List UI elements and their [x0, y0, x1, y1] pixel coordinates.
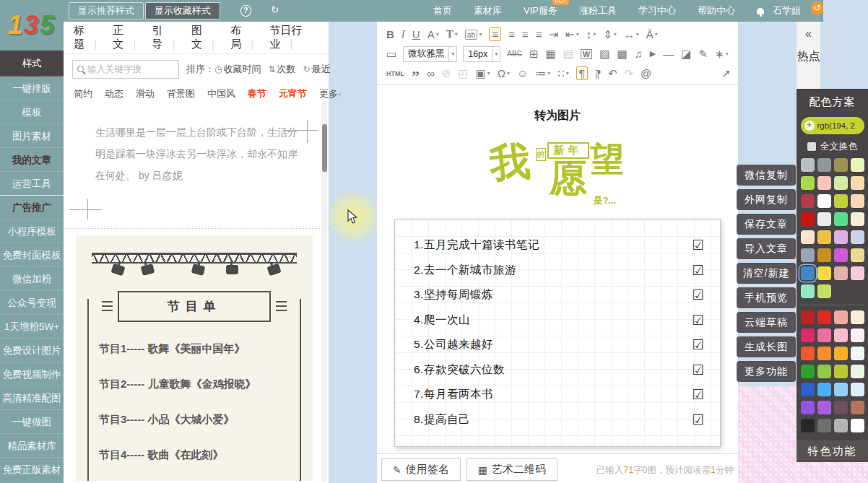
font-color-icon[interactable]: A▾: [428, 28, 439, 40]
color-swatch[interactable]: [817, 383, 831, 396]
color-swatch[interactable]: [817, 310, 831, 324]
color-swatch[interactable]: [801, 212, 815, 226]
html-source-icon[interactable]: HTML: [386, 70, 404, 77]
color-swatch[interactable]: [801, 310, 815, 324]
search-input[interactable]: [87, 64, 174, 74]
color-swatch[interactable]: [851, 194, 864, 208]
wish-checklist[interactable]: 1.五月完成十篇读书笔记 ☑ 2.去一个新城市旅游 ☑ 3.坚持每周锻炼 ☑: [394, 219, 721, 447]
align-left-icon[interactable]: ≡: [489, 27, 501, 41]
color-swatch[interactable]: [851, 347, 864, 360]
style-tab[interactable]: 标题: [74, 24, 113, 51]
eraser-icon[interactable]: ◪: [681, 48, 691, 61]
image-collage-icon[interactable]: ▦: [545, 48, 555, 61]
color-swatch[interactable]: [834, 365, 848, 378]
sidebar-item[interactable]: 我的文章: [0, 148, 64, 172]
undo-icon[interactable]: ↶: [608, 67, 617, 80]
color-swatch[interactable]: [834, 328, 848, 342]
checked-checkbox-icon[interactable]: ☑: [692, 262, 704, 279]
art-qrcode-button[interactable]: ▦ 艺术二维码: [466, 458, 557, 481]
sidebar-item[interactable]: 图片素材: [0, 124, 64, 148]
ltr-paragraph-icon[interactable]: ¶: [576, 66, 588, 80]
color-swatch[interactable]: [801, 365, 815, 378]
color-swatch[interactable]: [801, 401, 815, 414]
text-block-icon[interactable]: ◰: [458, 67, 468, 80]
color-swatch[interactable]: [834, 419, 848, 432]
emoji-icon[interactable]: ☺: [517, 67, 528, 79]
sidebar-item[interactable]: 一键排版: [0, 77, 64, 100]
horizontal-rule-icon[interactable]: —: [663, 48, 674, 60]
checked-checkbox-icon[interactable]: ☑: [692, 412, 704, 428]
audio-icon[interactable]: ♫: [635, 48, 643, 60]
color-swatch[interactable]: [817, 401, 831, 414]
refresh-icon[interactable]: ↻: [270, 5, 280, 17]
color-swatch[interactable]: [834, 383, 848, 396]
action-button[interactable]: 外网复制: [737, 189, 796, 210]
page-style-icon[interactable]: ▣▾: [475, 67, 490, 80]
font-size-select[interactable]: 16px ▾: [463, 46, 500, 62]
nav-item[interactable]: 涨粉工具: [579, 4, 617, 17]
color-swatch[interactable]: [817, 419, 831, 432]
ordered-list-icon[interactable]: ≔▾: [535, 67, 550, 80]
sidebar-item[interactable]: 样式: [0, 51, 64, 77]
color-swatch[interactable]: [851, 230, 864, 244]
color-swatch[interactable]: [834, 401, 848, 414]
underline-icon[interactable]: U: [412, 28, 420, 40]
filter-tag[interactable]: 动态: [105, 87, 123, 100]
new-year-wish-graphic[interactable]: 我 的 新年 愿 望 是?...: [377, 142, 738, 207]
title-style-icon[interactable]: T▾: [446, 28, 458, 40]
color-swatch[interactable]: [851, 158, 864, 172]
show-recommended-styles-button[interactable]: 显示推荐样式: [69, 2, 144, 19]
table-icon[interactable]: ⊞: [529, 48, 539, 61]
background-color-icon[interactable]: ab▾: [465, 30, 482, 40]
color-swatch[interactable]: [801, 347, 815, 360]
rtl-paragraph-icon[interactable]: ¶: [595, 67, 601, 79]
style-card-program[interactable]: 节目单 节目1----- 歌舞《美丽中国年》节目2----- 儿童歌舞《金鸡报晓…: [76, 235, 313, 481]
checked-checkbox-icon[interactable]: ☑: [692, 312, 704, 328]
style-tab[interactable]: 节日行业: [269, 24, 329, 51]
color-swatch[interactable]: [817, 158, 831, 172]
article-title[interactable]: 转为图片: [377, 108, 738, 123]
color-swatch[interactable]: [817, 248, 831, 262]
action-button[interactable]: 清空/新建: [737, 263, 796, 284]
sort-option[interactable]: ⇅ 次数: [268, 63, 295, 76]
blockquote-icon[interactable]: ”: [412, 67, 420, 80]
color-swatch[interactable]: [851, 248, 864, 262]
color-swatch[interactable]: [801, 230, 815, 244]
action-button[interactable]: 手机预览: [737, 287, 796, 308]
color-swatch[interactable]: [801, 176, 815, 190]
collapse-panel-button[interactable]: «: [797, 27, 820, 40]
color-swatch[interactable]: [834, 310, 848, 324]
sidebar-item[interactable]: 广告推广: [0, 196, 64, 219]
color-swatch[interactable]: [801, 248, 815, 262]
nav-item[interactable]: 帮助中心: [698, 4, 735, 17]
link-icon[interactable]: ∞: [427, 67, 435, 79]
color-swatch[interactable]: [851, 383, 864, 396]
line-height-icon[interactable]: ↕▾: [586, 28, 596, 40]
recolor-checkbox[interactable]: [807, 142, 816, 151]
paragraph-spacing-icon[interactable]: ⇕▾: [603, 28, 617, 41]
sidebar-item[interactable]: 模板: [0, 100, 64, 124]
color-swatch[interactable]: [801, 328, 815, 342]
style-tab[interactable]: 引导: [152, 24, 191, 51]
color-swatch[interactable]: [851, 212, 864, 226]
color-swatch[interactable]: [851, 365, 864, 378]
color-swatch[interactable]: [834, 176, 848, 190]
checked-checkbox-icon[interactable]: ☑: [692, 336, 704, 353]
color-swatch[interactable]: [851, 419, 864, 432]
color-swatch[interactable]: [817, 266, 831, 280]
use-signature-button[interactable]: ✎ 使用签名: [381, 458, 461, 481]
color-swatch[interactable]: [801, 284, 815, 298]
video-icon[interactable]: ▶: [650, 49, 656, 58]
format-painter-icon[interactable]: ✎: [699, 48, 708, 61]
word-import-icon[interactable]: W: [581, 49, 592, 59]
color-swatch[interactable]: [851, 401, 864, 414]
filter-tag[interactable]: 中国风: [207, 87, 235, 100]
help-icon[interactable]: ?: [240, 5, 251, 17]
image-icon[interactable]: ▨: [599, 48, 609, 61]
color-swatch[interactable]: [817, 230, 831, 244]
filter-tag[interactable]: 春节: [248, 87, 266, 100]
sidebar-item[interactable]: 免费设计图片: [0, 339, 64, 362]
filter-tag[interactable]: 元宵节: [279, 87, 307, 100]
unordered-list-icon[interactable]: ∷▾: [557, 67, 569, 80]
nav-item[interactable]: 学习中心: [638, 4, 676, 17]
